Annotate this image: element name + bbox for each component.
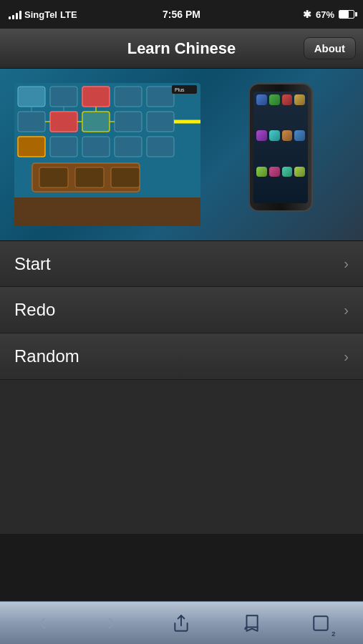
share-icon	[172, 614, 190, 633]
svg-rect-11	[147, 112, 174, 132]
svg-rect-19	[75, 167, 104, 187]
svg-rect-5	[115, 87, 142, 107]
diagram-container: Plus	[14, 83, 200, 226]
tabs-button[interactable]: 2	[305, 608, 337, 639]
svg-rect-15	[115, 137, 142, 157]
svg-rect-16	[147, 137, 174, 157]
svg-text:Plus: Plus	[175, 87, 185, 92]
svg-rect-7	[18, 112, 45, 132]
svg-rect-20	[111, 167, 140, 187]
bookmark-button[interactable]	[236, 608, 267, 639]
tabs-icon	[311, 614, 330, 633]
bookmark-icon	[242, 614, 261, 633]
battery-percent: 67%	[316, 9, 334, 20]
bottom-toolbar: 2	[0, 601, 363, 644]
nav-bar: Learn Chinese About	[0, 29, 363, 69]
network-label: LTE	[60, 9, 77, 20]
signal-bars	[9, 9, 21, 19]
menu-item-redo[interactable]: Redo ›	[0, 287, 363, 333]
menu-item-start[interactable]: Start ›	[0, 240, 363, 287]
network-diagram-svg: Plus	[14, 83, 200, 226]
phone-screen	[253, 92, 308, 203]
status-bar: SingTel LTE 7:56 PM ✱ 67%	[0, 0, 363, 29]
menu-item-redo-label: Redo	[14, 300, 55, 320]
phone-illustration	[248, 83, 320, 226]
about-button[interactable]: About	[304, 37, 356, 59]
status-time: 7:56 PM	[163, 9, 200, 20]
svg-rect-18	[39, 167, 68, 187]
chevron-right-icon: ›	[344, 255, 349, 272]
menu-list: Start › Redo › Random ›	[0, 240, 363, 380]
chevron-right-icon: ›	[344, 348, 349, 365]
menu-item-start-label: Start	[14, 254, 51, 274]
back-icon	[33, 614, 52, 633]
phone-body	[248, 83, 313, 212]
tab-count: 2	[331, 630, 335, 638]
svg-rect-31	[314, 616, 329, 630]
menu-item-random-label: Random	[14, 346, 79, 366]
svg-rect-10	[115, 112, 142, 132]
svg-rect-13	[50, 137, 77, 157]
status-left: SingTel LTE	[9, 9, 77, 20]
back-button[interactable]	[26, 608, 58, 639]
svg-rect-8	[50, 112, 77, 132]
forward-button[interactable]	[96, 608, 127, 639]
svg-rect-3	[50, 87, 77, 107]
battery-icon	[339, 10, 354, 19]
status-right: ✱ 67%	[303, 9, 354, 20]
forward-icon	[102, 614, 121, 633]
content-area	[0, 380, 363, 534]
svg-rect-4	[82, 87, 110, 107]
svg-rect-1	[14, 197, 200, 226]
svg-rect-14	[82, 137, 110, 157]
carrier-label: SingTel	[24, 9, 57, 20]
svg-rect-6	[147, 87, 174, 107]
chevron-right-icon: ›	[344, 302, 349, 318]
share-button[interactable]	[165, 608, 197, 639]
svg-rect-12	[18, 137, 45, 157]
svg-rect-9	[82, 112, 110, 132]
svg-rect-2	[18, 87, 45, 107]
hero-image: Plus	[0, 69, 363, 240]
menu-item-random[interactable]: Random ›	[0, 333, 363, 380]
nav-title: Learn Chinese	[127, 39, 236, 58]
bluetooth-icon: ✱	[303, 9, 311, 20]
